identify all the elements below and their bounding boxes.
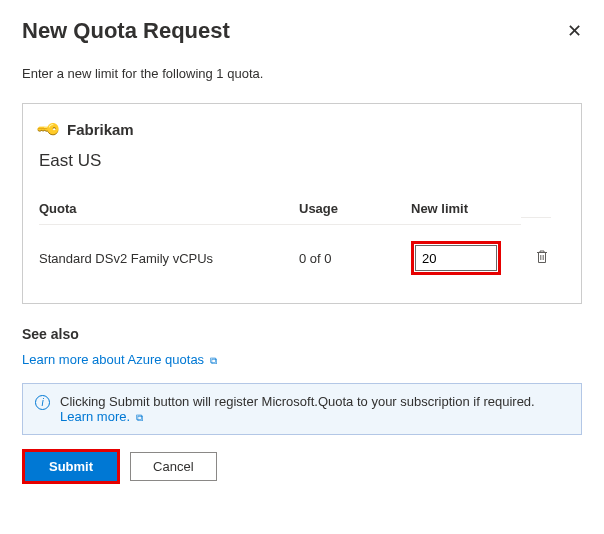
info-banner: i Clicking Submit button will register M… [22,383,582,435]
learn-quotas-link-text: Learn more about Azure quotas [22,352,204,367]
new-limit-input[interactable] [415,245,497,271]
see-also-section: See also Learn more about Azure quotas ⧉ [22,326,582,367]
col-header-quota: Quota [39,193,299,225]
quota-usage: 0 of 0 [299,235,411,276]
intro-text: Enter a new limit for the following 1 qu… [22,66,582,81]
quota-limit-cell [411,225,521,285]
highlight-new-limit [411,241,501,275]
row-actions [521,231,551,279]
key-icon: 🔑 [35,116,63,144]
info-learn-more-text: Learn more. [60,409,130,424]
delete-row-button[interactable] [533,247,551,269]
close-icon: ✕ [567,21,582,41]
info-text: Clicking Submit button will register Mic… [60,394,535,409]
close-button[interactable]: ✕ [567,20,582,42]
info-learn-more-link[interactable]: Learn more. ⧉ [60,409,143,424]
external-link-icon: ⧉ [210,355,217,366]
info-text-container: Clicking Submit button will register Mic… [60,394,569,424]
trash-icon [535,249,549,264]
col-header-usage: Usage [299,193,411,225]
col-header-action [521,201,551,218]
quota-name: Standard DSv2 Family vCPUs [39,235,299,276]
highlight-submit: Submit [22,449,120,484]
learn-quotas-link[interactable]: Learn more about Azure quotas ⧉ [22,352,217,367]
cancel-button[interactable]: Cancel [130,452,216,481]
subscription-name: Fabrikam [67,121,134,138]
table-row: Standard DSv2 Family vCPUs 0 of 0 [39,225,565,285]
subscription-header: 🔑 Fabrikam [39,120,565,139]
table-header-row: Quota Usage New limit [39,193,565,225]
external-link-icon: ⧉ [136,412,143,423]
info-icon: i [35,395,50,410]
submit-button[interactable]: Submit [25,452,117,481]
quota-panel: 🔑 Fabrikam East US Quota Usage New limit… [22,103,582,304]
page-title: New Quota Request [22,18,230,44]
footer-actions: Submit Cancel [22,449,582,484]
region-name: East US [39,151,565,171]
header-bar: New Quota Request ✕ [22,18,582,44]
see-also-heading: See also [22,326,582,342]
col-header-limit: New limit [411,193,521,225]
